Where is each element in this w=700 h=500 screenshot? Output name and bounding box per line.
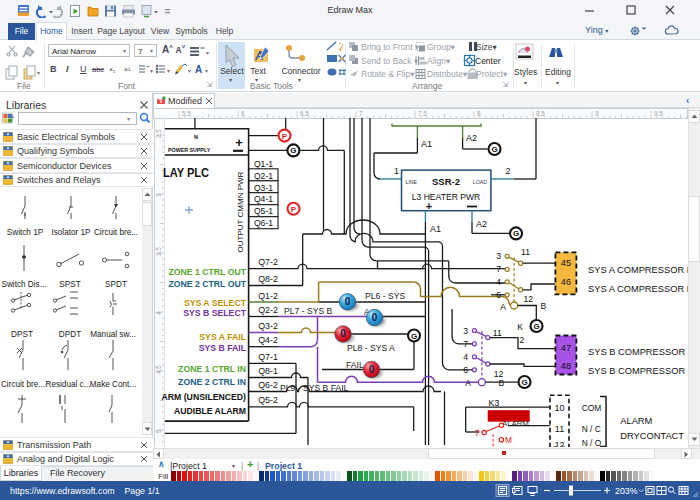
svg-text:Q3-2: Q3-2 bbox=[258, 321, 278, 331]
svg-text:2.5: 2.5 bbox=[155, 129, 162, 138]
svg-text:ALARM: ALARM bbox=[502, 419, 529, 428]
svg-text:Q7-2: Q7-2 bbox=[258, 257, 278, 267]
svg-text:3: 3 bbox=[496, 251, 501, 261]
svg-text:M: M bbox=[505, 435, 512, 445]
svg-text:3.5: 3.5 bbox=[155, 247, 162, 256]
svg-text:Q6-1: Q6-1 bbox=[254, 218, 273, 228]
svg-text:POWER SUPPLY: POWER SUPPLY bbox=[168, 147, 211, 153]
svg-text:K3: K3 bbox=[489, 398, 500, 408]
svg-text:▾: ▾ bbox=[167, 68, 170, 74]
svg-text:A: A bbox=[195, 64, 202, 75]
svg-text:G: G bbox=[513, 229, 519, 238]
svg-text:N / C: N / C bbox=[582, 424, 601, 434]
svg-text:B: B bbox=[541, 301, 547, 311]
svg-text:G: G bbox=[533, 322, 539, 331]
svg-text:LAY PLC: LAY PLC bbox=[163, 165, 209, 180]
svg-text:11: 11 bbox=[521, 247, 530, 257]
svg-text:+: + bbox=[235, 135, 243, 150]
svg-text:ZONE 1 CTRL IN: ZONE 1 CTRL IN bbox=[178, 364, 246, 374]
svg-text:P: P bbox=[282, 132, 288, 141]
svg-text:G: G bbox=[411, 332, 417, 341]
svg-text:Q5-1: Q5-1 bbox=[254, 206, 273, 216]
svg-text:SYS B SELECT: SYS B SELECT bbox=[183, 308, 246, 318]
svg-text:Circuit bre...: Circuit bre... bbox=[1, 380, 45, 389]
svg-text:B: B bbox=[499, 378, 505, 388]
svg-text:4: 4 bbox=[496, 277, 501, 287]
svg-text:ARM (UNSILENCED): ARM (UNSILENCED) bbox=[162, 392, 247, 402]
svg-text:0: 0 bbox=[369, 364, 375, 375]
svg-text:LOAD: LOAD bbox=[473, 179, 487, 185]
svg-text:SPST: SPST bbox=[59, 280, 80, 289]
svg-text:ALARM: ALARM bbox=[620, 416, 652, 426]
svg-text:K: K bbox=[517, 322, 523, 332]
svg-text:6: 6 bbox=[496, 290, 501, 300]
svg-text:11: 11 bbox=[493, 328, 502, 338]
svg-text:11: 11 bbox=[555, 424, 564, 434]
svg-text:7: 7 bbox=[496, 264, 501, 274]
svg-text:Switch Dis...: Switch Dis... bbox=[1, 280, 46, 289]
svg-text:ZONE 2 CTRL OUT: ZONE 2 CTRL OUT bbox=[168, 279, 246, 289]
svg-text:N: N bbox=[194, 134, 198, 140]
svg-text:Q6-2: Q6-2 bbox=[258, 380, 278, 390]
svg-text:Q8-1: Q8-1 bbox=[258, 366, 278, 376]
svg-text:G: G bbox=[491, 145, 497, 154]
svg-text:Q4-2: Q4-2 bbox=[258, 335, 278, 345]
svg-text:6: 6 bbox=[463, 365, 468, 375]
svg-text:1: 1 bbox=[394, 166, 399, 176]
svg-text:7: 7 bbox=[359, 110, 363, 117]
svg-text:▾: ▾ bbox=[205, 68, 208, 74]
svg-text:9: 9 bbox=[595, 110, 599, 117]
svg-text:SYS A FAIL: SYS A FAIL bbox=[199, 332, 246, 342]
svg-text:Manual sw...: Manual sw... bbox=[90, 330, 136, 339]
svg-text:COM: COM bbox=[582, 403, 602, 413]
svg-text:0: 0 bbox=[345, 296, 351, 307]
svg-text:4: 4 bbox=[155, 311, 162, 315]
svg-text:5.5: 5.5 bbox=[182, 110, 191, 117]
svg-text:7: 7 bbox=[475, 428, 480, 438]
svg-text:48: 48 bbox=[561, 361, 571, 371]
svg-text:Q4-1: Q4-1 bbox=[254, 194, 273, 204]
svg-text:PL8 - SYS A: PL8 - SYS A bbox=[347, 343, 395, 353]
svg-text:3: 3 bbox=[155, 193, 162, 197]
svg-text:ZONE 2 CTRL IN: ZONE 2 CTRL IN bbox=[178, 377, 246, 387]
svg-text:10: 10 bbox=[554, 403, 564, 413]
svg-text:Q7-1: Q7-1 bbox=[258, 352, 278, 362]
svg-text:▾: ▾ bbox=[206, 50, 209, 56]
svg-text:G: G bbox=[521, 378, 527, 387]
svg-text:5: 5 bbox=[155, 429, 162, 433]
svg-text:AUDIBLE ALARM: AUDIBLE ALARM bbox=[174, 406, 246, 416]
svg-text:PL7 - SYS B: PL7 - SYS B bbox=[284, 306, 333, 316]
svg-text:PL6 - SYS: PL6 - SYS bbox=[365, 291, 405, 301]
svg-text:8.5: 8.5 bbox=[536, 110, 545, 117]
svg-text:9.5: 9.5 bbox=[654, 110, 663, 117]
svg-text:Q1-2: Q1-2 bbox=[258, 291, 278, 301]
svg-text:2: 2 bbox=[520, 335, 525, 345]
svg-text:SYS A COMPRESSOR L: SYS A COMPRESSOR L bbox=[588, 265, 688, 275]
svg-text:6.5: 6.5 bbox=[300, 110, 309, 117]
svg-text:4: 4 bbox=[463, 352, 468, 362]
svg-text:SSR-2: SSR-2 bbox=[432, 176, 460, 187]
svg-text:6: 6 bbox=[241, 110, 245, 117]
svg-text:8: 8 bbox=[477, 110, 481, 117]
svg-text:L3 HEATER PWR: L3 HEATER PWR bbox=[412, 192, 481, 202]
svg-text:DRYCONTACT: DRYCONTACT bbox=[620, 431, 684, 441]
svg-text:Switch 1P: Switch 1P bbox=[7, 228, 44, 237]
svg-text:203%: 203% bbox=[615, 486, 638, 496]
svg-text:ZONE 1 CTRL OUT: ZONE 1 CTRL OUT bbox=[168, 267, 246, 277]
svg-text:3: 3 bbox=[463, 326, 468, 336]
svg-text:0: 0 bbox=[372, 312, 378, 323]
svg-text:Q3-1: Q3-1 bbox=[254, 183, 273, 193]
svg-text:A2: A2 bbox=[466, 133, 477, 143]
svg-text:P: P bbox=[291, 205, 297, 214]
svg-text:12: 12 bbox=[494, 369, 504, 379]
svg-text:Q2-1: Q2-1 bbox=[254, 171, 273, 181]
svg-text:FAIL: FAIL bbox=[346, 360, 364, 370]
svg-text:A1: A1 bbox=[430, 224, 441, 234]
svg-text:▾: ▾ bbox=[37, 70, 40, 76]
svg-text:Q2-2: Q2-2 bbox=[258, 305, 278, 315]
svg-text:SYS B COMPRESSOR L: SYS B COMPRESSOR L bbox=[588, 347, 688, 357]
svg-text:7.5: 7.5 bbox=[418, 110, 427, 117]
svg-text:2: 2 bbox=[505, 166, 510, 176]
svg-text:Q8-2: Q8-2 bbox=[258, 274, 278, 284]
svg-text:+: + bbox=[426, 200, 432, 212]
